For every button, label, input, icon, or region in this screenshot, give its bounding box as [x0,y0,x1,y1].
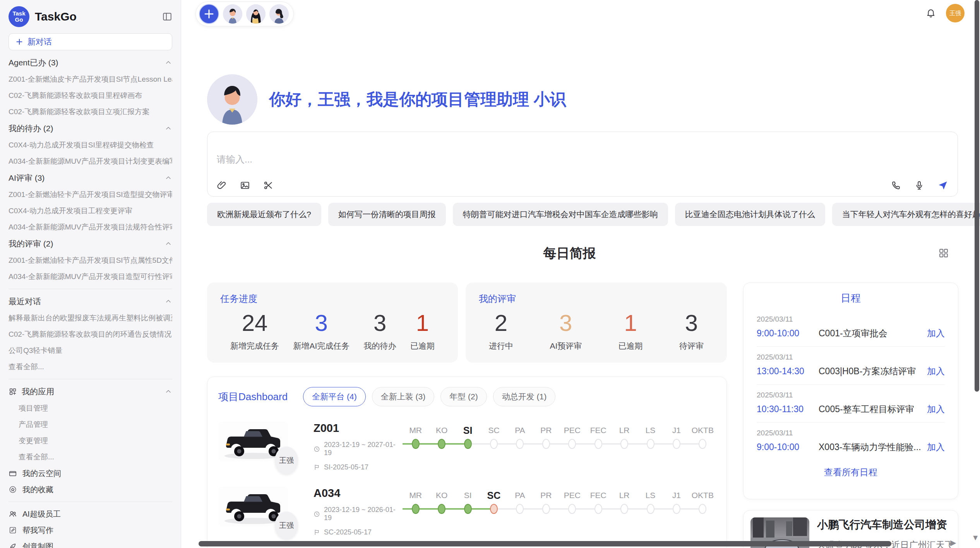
app-logo[interactable]: Task Go [9,6,29,27]
clock-icon [314,446,320,452]
sidebar-section-header[interactable]: AI评审 (3) [9,170,172,187]
sidebar-item[interactable]: A034-全新新能源MUV产品开发项目法规符合性评审 [9,219,172,235]
agent-avatar-1[interactable] [223,4,242,24]
recent-chat-item[interactable]: 公司Q3轻卡销量 [9,342,172,359]
scroll-down-arrow-icon[interactable]: ▼ [971,533,979,542]
milestone-label: J1 [663,488,689,502]
scroll-right-arrow-icon[interactable]: ▶ [950,538,956,547]
milestone-node [647,439,654,449]
dashboard-tab[interactable]: 年型 (2) [440,387,487,406]
add-agent-button[interactable] [199,4,219,24]
vertical-scrollbar[interactable] [975,0,979,392]
collapse-sidebar-icon[interactable] [162,12,172,22]
milestone: SC [481,423,507,450]
chevron-up-icon[interactable] [164,298,172,305]
suggestion-chip[interactable]: 特朗普可能对进口汽车增税会对中国车企造成哪些影响 [453,203,668,226]
chat-composer[interactable]: 请输入... [207,132,958,197]
milestone-label: PEC [559,423,585,437]
dashboard-tab[interactable]: 全新上装 (3) [372,387,435,406]
sidebar-item-cloud-space[interactable]: 我的云空间 [9,465,172,481]
suggestion-chip[interactable]: 欧洲新规最近颁布了什么? [207,203,321,226]
sidebar-item[interactable]: C0X4-动力总成开发项目工程变更评审 [9,203,172,219]
section-title: 最近对话 [9,296,41,307]
app-item[interactable]: 产品管理 [9,416,172,433]
sidebar-item[interactable]: A034-全新新能源MUV产品开发项目造型可行性评审 [9,269,172,285]
sidebar: Task Go TaskGo 新对话 Agent已办 (3)Z001-全新燃油皮… [0,0,181,548]
agent-avatar-2[interactable] [246,4,266,24]
cloud-space-icon [9,469,17,478]
divider [9,379,172,379]
stat-cell: 3新增AI完成任务 [293,308,350,351]
sidebar-section-header[interactable]: 我的评审 (2) [9,235,172,252]
chevron-up-icon[interactable] [164,59,172,67]
project-row[interactable]: 王强A0342023-12-19 ~ 2026-01-19SC-2025-05-… [218,487,716,536]
suggestion-chip[interactable]: 当下年轻人对汽车外观有怎样的喜好趋势 [832,203,980,226]
milestone: PA [507,488,533,515]
sidebar-section-header[interactable]: 我的待办 (2) [9,120,172,137]
sidebar-item[interactable]: C02-飞腾新能源轻客改款项目里程碑画布 [9,87,172,104]
app-item[interactable]: 变更管理 [9,433,172,449]
screenshot-scissors-icon[interactable] [263,180,273,190]
view-all-schedule-link[interactable]: 查看所有日程 [757,460,945,485]
milestone: PR [533,423,559,450]
chevron-up-icon[interactable] [164,125,172,132]
sidebar-item[interactable]: Z001-全新燃油轻卡产品开发项目SI造型提交物评审 [9,187,172,203]
sidebar-item-star-badge[interactable]: 我的收藏 [9,481,172,498]
user-avatar[interactable]: 王强 [946,4,965,22]
dashboard-tab[interactable]: 全新平台 (4) [303,387,366,406]
sidebar-section-header[interactable]: Agent已办 (3) [9,54,172,71]
chevron-up-icon[interactable] [164,388,172,396]
dashboard-tab[interactable]: 动总开发 (1) [493,387,556,406]
sidebar-tool-item[interactable]: 创意制图 [9,538,172,548]
project-row[interactable]: 王强Z0012023-12-19 ~ 2027-01-19SI-2025-05-… [218,422,716,471]
notification-bell-icon[interactable] [926,8,936,18]
attach-file-icon[interactable] [217,180,227,190]
join-meeting-link[interactable]: 加入 [927,365,945,377]
sidebar-item[interactable]: C02-飞腾新能源轻客改款项目立项汇报方案 [9,104,172,120]
view-all-chats-link[interactable]: 查看全部... [9,359,172,375]
suggestion-chip[interactable]: 如何写一份清晰的项目周报 [328,203,446,226]
milestone-node [647,504,654,514]
microphone-icon[interactable] [914,180,924,190]
sidebar-item[interactable]: Z001-全新燃油皮卡产品开发项目SI节点Lesson Learn报告 [9,71,172,87]
sidebar-item[interactable]: A034-全新新能源MUV产品开发项目计划变更表编写 [9,153,172,170]
section-title: 我的评审 (2) [9,238,53,249]
insert-image-icon[interactable] [240,180,250,190]
join-meeting-link[interactable]: 加入 [927,441,945,453]
app-item[interactable]: 项目管理 [9,400,172,416]
layout-grid-icon[interactable] [938,248,949,259]
stat-cell: 24新增完成任务 [230,308,279,351]
dashboard-title: 项目Dashboard [218,390,288,404]
my-apps-header[interactable]: 我的应用 [9,383,172,400]
milestone-node [542,439,550,449]
view-all-apps-link[interactable]: 查看全部... [9,449,172,465]
milestone-node [568,439,576,449]
app-title: TaskGo [35,10,157,23]
chevron-up-icon[interactable] [164,240,172,248]
milestone-label: SI [455,488,481,502]
project-flag-date: SC-2025-05-17 [314,528,403,536]
schedule-name: X003-车辆动力学性能验... [819,441,927,453]
join-meeting-link[interactable]: 加入 [927,403,945,415]
schedule-date: 2025/03/11 [757,315,945,324]
send-icon[interactable] [937,180,948,191]
milestone: SC [481,488,507,515]
recent-chat-item[interactable]: C02-飞腾新能源轻客改款项目的闭环通告反馈情况 [9,326,172,342]
join-meeting-link[interactable]: 加入 [927,327,945,339]
schedule-item: 2025/03/119:00-10:00X003-车辆动力学性能验...加入 [757,423,945,460]
sidebar-item[interactable]: C0X4-动力总成开发项目SI里程碑提交物检查 [9,137,172,153]
recent-chat-item[interactable]: 解释最新出台的欧盟报废车法规再生塑料比例被调至15%... [9,310,172,326]
schedule-date: 2025/03/11 [757,429,945,437]
voice-call-icon[interactable] [891,180,901,190]
sidebar-tool-item[interactable]: AI超级员工 [9,506,172,522]
agent-avatar-3[interactable] [269,4,289,24]
chevron-up-icon[interactable] [164,174,172,182]
sidebar-tool-item[interactable]: 帮我写作 [9,522,172,538]
milestone-label: MR [403,423,428,437]
flag-text: SC-2025-05-17 [324,528,372,536]
recent-chats-header[interactable]: 最近对话 [9,293,172,310]
sidebar-item[interactable]: Z001-全新燃油轻卡产品开发项目SI节点属性5D文件评审 [9,252,172,269]
new-chat-button[interactable]: 新对话 [9,33,172,50]
suggestion-chip[interactable]: 比亚迪全固态电池计划具体说了什么 [675,203,825,226]
horizontal-scrollbar[interactable] [199,541,891,546]
